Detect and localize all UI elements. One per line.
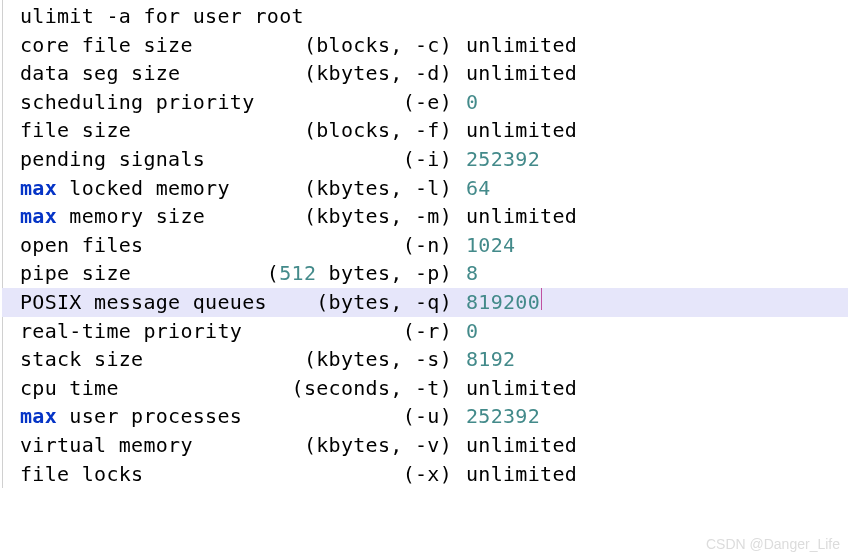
limit-value: unlimited <box>452 460 577 489</box>
spec-flag: -e <box>415 90 440 114</box>
spec-flag: -l <box>415 176 440 200</box>
text-cursor <box>541 288 542 310</box>
limit-value: unlimited <box>452 59 577 88</box>
ulimit-row: max user processes(-u)252392 <box>2 402 848 431</box>
limit-description: core file size <box>20 31 252 60</box>
limit-value: 8 <box>452 259 478 288</box>
limit-description: file size <box>20 116 252 145</box>
limit-value: 252392 <box>452 402 540 431</box>
paren-close: ) <box>440 376 452 400</box>
limit-description-text: virtual memory <box>20 433 193 457</box>
ulimit-row: file locks(-x)unlimited <box>2 460 848 489</box>
limit-value: unlimited <box>452 202 577 231</box>
paren-close: ) <box>440 261 452 285</box>
header-line: ulimit -a for user root <box>2 2 848 31</box>
limit-value: 64 <box>452 174 491 203</box>
paren-open: ( <box>304 176 316 200</box>
limit-value: unlimited <box>452 431 577 460</box>
spec-flag: -s <box>415 347 440 371</box>
limit-value: unlimited <box>452 31 577 60</box>
ulimit-row: max locked memory(kbytes, -l)64 <box>2 174 848 203</box>
ulimit-row: cpu time(seconds, -t)unlimited <box>2 374 848 403</box>
limit-spec: (kbytes, -m) <box>252 202 452 231</box>
spec-unit: blocks, <box>316 118 415 142</box>
paren-open: ( <box>403 462 415 486</box>
spec-flag: -c <box>415 33 440 57</box>
paren-close: ) <box>440 204 452 228</box>
spec-unit: blocks, <box>316 33 415 57</box>
paren-open: ( <box>304 204 316 228</box>
paren-open: ( <box>403 90 415 114</box>
paren-open: ( <box>403 233 415 257</box>
ulimit-row: open files(-n)1024 <box>2 231 848 260</box>
paren-close: ) <box>440 90 452 114</box>
limit-description-text: POSIX message queues <box>20 290 267 314</box>
limit-value: 8192 <box>452 345 515 374</box>
spec-flag: -x <box>415 462 440 486</box>
limit-description: scheduling priority <box>20 88 252 117</box>
ulimit-row: scheduling priority(-e)0 <box>2 88 848 117</box>
paren-open: ( <box>304 433 316 457</box>
limit-value: 819200 <box>452 288 540 317</box>
spec-unit: kbytes, <box>316 204 415 228</box>
limit-value: 1024 <box>452 231 515 260</box>
paren-open: ( <box>403 404 415 428</box>
limit-description: max memory size <box>20 202 252 231</box>
limit-spec: (-u) <box>252 402 452 431</box>
limit-description: virtual memory <box>20 431 252 460</box>
spec-flag: -n <box>415 233 440 257</box>
limit-spec: (kbytes, -v) <box>252 431 452 460</box>
limit-description: data seg size <box>20 59 252 88</box>
limit-value: 0 <box>452 317 478 346</box>
spec-unit: kbytes, <box>316 433 415 457</box>
paren-open: ( <box>403 319 415 343</box>
limit-spec: (-e) <box>252 88 452 117</box>
ulimit-row: pending signals(-i)252392 <box>2 145 848 174</box>
limit-description: real-time priority <box>20 317 252 346</box>
limit-description-text: open files <box>20 233 143 257</box>
header-text: ulimit -a for user root <box>20 2 304 31</box>
limit-spec: (blocks, -c) <box>252 31 452 60</box>
spec-flag: -u <box>415 404 440 428</box>
paren-close: ) <box>440 176 452 200</box>
limit-description-text: pipe size <box>20 261 131 285</box>
spec-unit: kbytes, <box>316 176 415 200</box>
limit-description: open files <box>20 231 252 260</box>
paren-open: ( <box>403 147 415 171</box>
limit-description: cpu time <box>20 374 252 403</box>
paren-close: ) <box>440 233 452 257</box>
limit-description: POSIX message queues <box>20 288 252 317</box>
ulimit-row: data seg size(kbytes, -d)unlimited <box>2 59 848 88</box>
limit-description-text: user processes <box>57 404 242 428</box>
limit-description-text: memory size <box>57 204 205 228</box>
limit-description-text: file locks <box>20 462 143 486</box>
limit-spec: (512 bytes, -p) <box>252 259 452 288</box>
limit-spec: (-x) <box>252 460 452 489</box>
limit-spec: (-i) <box>252 145 452 174</box>
limit-spec: (-r) <box>252 317 452 346</box>
spec-flag: -v <box>415 433 440 457</box>
paren-open: ( <box>304 33 316 57</box>
limit-spec: (kbytes, -d) <box>252 59 452 88</box>
limit-description: pending signals <box>20 145 252 174</box>
spec-flag: -p <box>415 261 440 285</box>
limit-description-text: scheduling priority <box>20 90 254 114</box>
paren-close: ) <box>440 433 452 457</box>
spec-unit: seconds, <box>304 376 415 400</box>
paren-close: ) <box>440 290 452 314</box>
ulimit-row: pipe size(512 bytes, -p)8 <box>2 259 848 288</box>
ulimit-row: virtual memory(kbytes, -v)unlimited <box>2 431 848 460</box>
limit-description: pipe size <box>20 259 252 288</box>
paren-close: ) <box>440 61 452 85</box>
spec-flag: -m <box>415 204 440 228</box>
paren-close: ) <box>440 118 452 142</box>
limit-spec: (blocks, -f) <box>252 116 452 145</box>
paren-open: ( <box>316 290 328 314</box>
spec-flag: -t <box>415 376 440 400</box>
paren-open: ( <box>304 347 316 371</box>
limit-description-text: file size <box>20 118 131 142</box>
limit-description-text: core file size <box>20 33 193 57</box>
terminal-output: ulimit -a for user root core file size(b… <box>0 0 848 488</box>
vertical-rule <box>2 0 3 488</box>
keyword: max <box>20 204 57 228</box>
